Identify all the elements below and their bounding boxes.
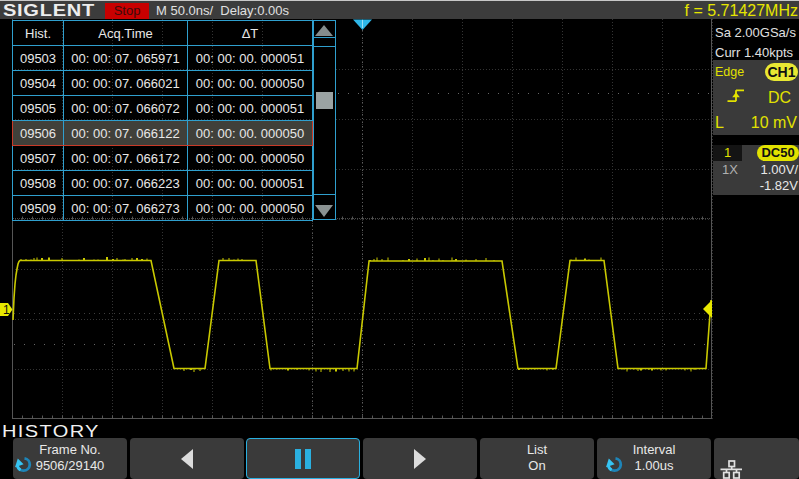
svg-text:1: 1: [3, 303, 10, 317]
